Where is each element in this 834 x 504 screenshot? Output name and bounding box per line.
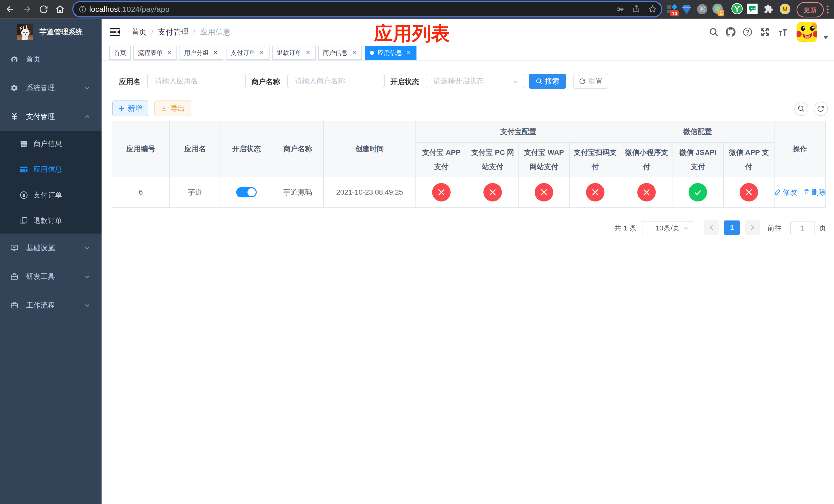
svg-text:1: 1 xyxy=(719,10,722,16)
svg-text:10: 10 xyxy=(672,11,677,16)
svg-text:⌘: ⌘ xyxy=(699,5,705,13)
